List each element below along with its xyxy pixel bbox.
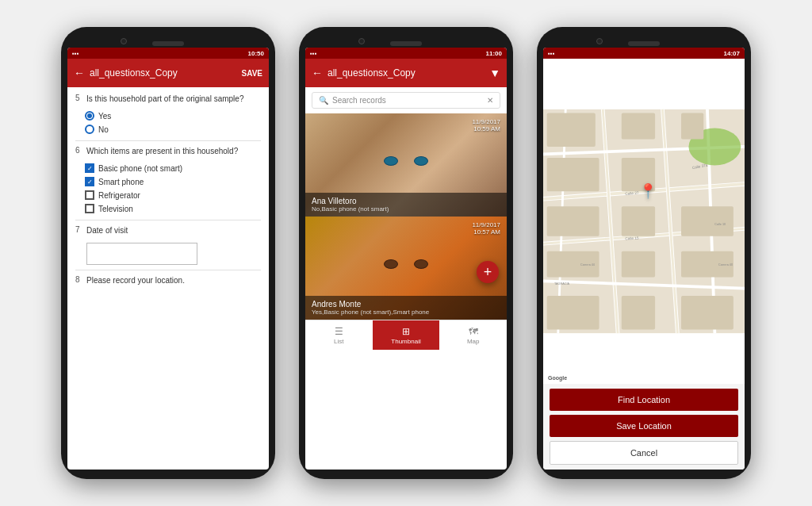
status-time-2: 11:00 <box>486 50 502 57</box>
q5-no-label: No <box>98 125 109 134</box>
q5-yes-label: Yes <box>98 112 111 121</box>
eye-right-2 <box>414 259 428 269</box>
q6-checkbox4[interactable] <box>85 204 94 213</box>
q7-text: Date of visit <box>86 225 261 236</box>
fab-add-button[interactable]: + <box>477 261 499 283</box>
record-1-name: Ana Villetoro <box>312 197 500 205</box>
signal-icon-2: ▪▪▪ <box>310 50 317 57</box>
search-input[interactable]: Search records <box>332 96 483 105</box>
nav-list-label: List <box>334 338 343 345</box>
q6-checkbox1[interactable] <box>85 163 94 173</box>
q6-label4: Television <box>98 205 133 213</box>
q5-no-radio[interactable] <box>85 125 94 134</box>
eyes-row-1 <box>384 156 428 166</box>
svg-rect-23 <box>622 251 655 278</box>
q6-number: 6 <box>75 146 83 157</box>
question-5-row: 5 Is this household part of the original… <box>75 94 261 105</box>
q8-text: Please record your location. <box>86 275 261 286</box>
record-2-name: Andres Monte <box>312 300 500 309</box>
svg-text:Carrera 44: Carrera 44 <box>580 263 595 266</box>
record-2-date: 11/9/2017 <box>472 221 500 228</box>
phone-2-camera <box>358 38 365 44</box>
nav-thumbnail-label: Thumbnail <box>391 338 420 345</box>
q8-number: 8 <box>75 275 83 286</box>
record-2-info: Andres Monte Yes,Basic phone (not smart)… <box>305 296 507 320</box>
status-icons-left: ▪▪▪ <box>72 50 79 57</box>
phone-3-camera <box>596 38 603 44</box>
google-logo: Google <box>548 375 567 381</box>
q6-item2[interactable]: Smart phone <box>85 177 261 186</box>
search-bar[interactable]: 🔍 Search records ✕ <box>312 92 500 109</box>
svg-text:Calle 15: Calle 15 <box>625 236 639 241</box>
status-icons-3: ▪▪▪ <box>548 50 555 57</box>
back-button-2[interactable] <box>312 67 323 79</box>
list-icon: ☰ <box>335 326 343 337</box>
record-1-time: 10:59 AM <box>472 125 500 132</box>
map-svg: Calle 27 Calle 15 Calle 37a TAGRACIA Cal… <box>543 59 745 384</box>
record-2-time: 10:57 AM <box>472 228 500 236</box>
nav-map-label: Map <box>467 338 480 345</box>
signal-icon-3: ▪▪▪ <box>548 50 555 57</box>
status-bar-2: ▪▪▪ 11:00 <box>305 48 507 59</box>
record-card-2[interactable]: 11/9/2017 10:57 AM Andres Monte Yes,Basi… <box>305 217 507 320</box>
map-pin: 📍 <box>639 182 657 200</box>
map-icon: 🗺 <box>469 326 478 337</box>
map-area[interactable]: Calle 27 Calle 15 Calle 37a TAGRACIA Cal… <box>543 59 745 384</box>
bottom-nav: ☰ List ⊞ Thumbnail 🗺 Map <box>305 320 507 350</box>
nav-map-tab[interactable]: 🗺 Map <box>439 320 507 350</box>
question-6-row: 6 Which items are present in this househ… <box>75 146 261 157</box>
q6-checkbox2[interactable] <box>85 177 94 186</box>
svg-rect-20 <box>622 206 655 236</box>
status-icons-2: ▪▪▪ <box>310 50 317 57</box>
phone-3-screen: ▪▪▪ 14:07 <box>543 48 745 470</box>
svg-rect-25 <box>547 296 599 329</box>
svg-rect-26 <box>622 296 655 329</box>
nav-list-tab[interactable]: ☰ List <box>305 320 373 350</box>
nav-thumbnail-tab[interactable]: ⊞ Thumbnail <box>373 320 440 350</box>
q6-label3: Refrigerator <box>98 191 140 200</box>
svg-rect-17 <box>547 158 599 191</box>
date-input[interactable] <box>86 243 197 265</box>
search-clear-icon[interactable]: ✕ <box>487 96 493 105</box>
q5-radio-group: Yes No <box>75 111 261 134</box>
record-1-timestamp: 11/9/2017 10:59 AM <box>472 118 500 132</box>
app-bar-2: all_questionsx_Copy ▼ <box>305 59 507 87</box>
svg-rect-21 <box>681 206 733 236</box>
svg-rect-15 <box>622 113 655 140</box>
status-bar-1: ▪▪▪ 10:50 <box>67 48 269 59</box>
divider-1 <box>75 140 261 141</box>
q6-item4[interactable]: Television <box>85 204 261 213</box>
app-title-2: all_questionsx_Copy <box>327 67 489 79</box>
q5-text: Is this household part of the original s… <box>86 94 261 105</box>
search-icon: 🔍 <box>319 96 328 105</box>
q5-yes-option[interactable]: Yes <box>85 111 261 121</box>
record-2-detail: Yes,Basic phone (not smart),Smart phone <box>312 309 500 316</box>
cancel-button[interactable]: Cancel <box>550 441 738 465</box>
map-buttons: Find Location Save Location Cancel <box>543 384 745 470</box>
eye-right-1 <box>414 156 428 166</box>
thumbnail-icon: ⊞ <box>402 326 410 337</box>
question-7-row: 7 Date of visit <box>75 225 261 236</box>
svg-rect-16 <box>681 113 703 140</box>
save-location-button[interactable]: Save Location <box>550 415 738 437</box>
question-8-row: 8 Please record your location. <box>75 275 261 286</box>
q6-item3[interactable]: Refrigerator <box>85 190 261 200</box>
divider-2 <box>75 220 261 220</box>
phone-1: ▪▪▪ 10:50 all_questionsx_Copy SAVE 5 Is … <box>61 27 275 479</box>
q6-text: Which items are present in this househol… <box>86 146 261 157</box>
q6-label1: Basic phone (not smart) <box>98 164 182 173</box>
find-location-button[interactable]: Find Location <box>550 389 738 411</box>
q5-no-option[interactable]: No <box>85 125 261 134</box>
q5-yes-radio[interactable] <box>85 111 94 121</box>
phone-2: ▪▪▪ 11:00 all_questionsx_Copy ▼ 🔍 Search… <box>299 27 513 479</box>
record-1-info: Ana Villetoro No,Basic phone (not smart) <box>305 193 507 217</box>
q7-number: 7 <box>75 225 83 236</box>
svg-text:Calle 10: Calle 10 <box>714 223 726 226</box>
record-card-1[interactable]: 11/9/2017 10:59 AM Ana Villetoro No,Basi… <box>305 113 507 217</box>
save-button-1[interactable]: SAVE <box>242 69 263 78</box>
q6-checkbox3[interactable] <box>85 190 94 200</box>
q6-item1[interactable]: Basic phone (not smart) <box>85 163 261 173</box>
back-button-1[interactable] <box>74 67 85 79</box>
filter-icon[interactable]: ▼ <box>489 67 500 79</box>
eye-left-2 <box>384 259 398 269</box>
